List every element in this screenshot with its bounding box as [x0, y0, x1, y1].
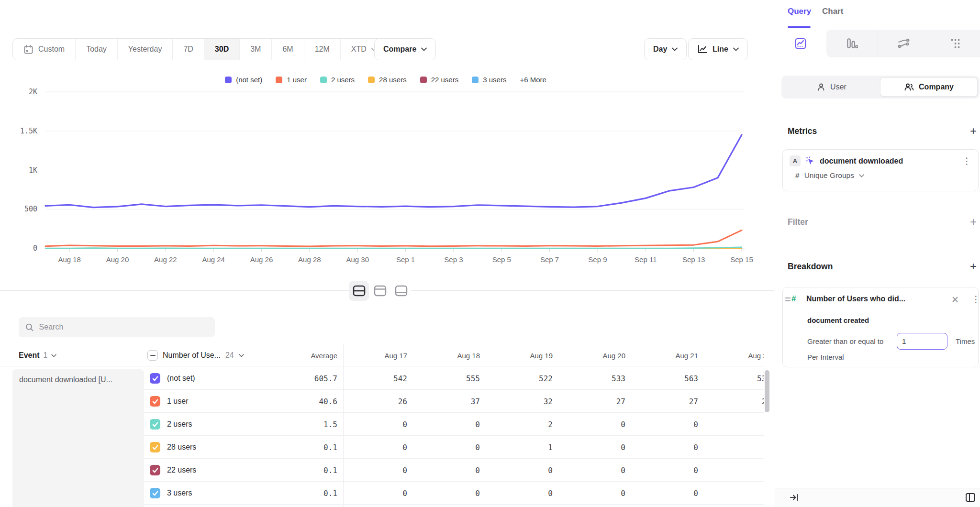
trend-chart: 05001K1.5K2KAug 18Aug 20Aug 22Aug 24Aug …	[0, 67, 771, 268]
series-value: 0	[704, 436, 764, 459]
series-value: 542	[340, 367, 413, 390]
series-row-2-users[interactable]: 2 users1.5002001	[0, 413, 764, 436]
series-value: 27	[631, 390, 704, 413]
interval-dropdown[interactable]: Day	[644, 38, 687, 60]
add-breakdown-button[interactable]: +	[970, 261, 977, 272]
series-label: (not set)	[167, 367, 195, 390]
series-checkbox[interactable]	[150, 465, 160, 475]
range-today[interactable]: Today	[76, 39, 118, 60]
user-label: User	[830, 83, 846, 91]
series-column-header[interactable]: Number of Use... 24	[147, 344, 244, 366]
range-7d[interactable]: 7D	[173, 39, 204, 60]
add-filter-button[interactable]: +	[970, 216, 977, 228]
chevron-down-icon	[421, 47, 427, 51]
chevron-down-icon	[672, 47, 678, 51]
series-average: 0.1	[258, 436, 337, 459]
check-icon	[152, 422, 158, 427]
chart-type-line-tab[interactable]	[775, 30, 826, 57]
check-icon	[152, 376, 158, 381]
series-value: 0	[486, 459, 558, 482]
breakdown-kebab-menu[interactable]: ⋮	[971, 295, 980, 304]
event-count: 1	[44, 351, 48, 360]
svg-text:Aug 26: Aug 26	[250, 255, 273, 264]
svg-text:500: 500	[24, 205, 37, 213]
metric-kebab-menu[interactable]: ⋮	[962, 156, 971, 165]
drag-handle-icon[interactable]	[785, 298, 791, 303]
range-30d[interactable]: 30D	[204, 39, 240, 60]
svg-text:Sep 13: Sep 13	[682, 255, 705, 264]
series-checkbox[interactable]	[150, 373, 160, 384]
event-column-header[interactable]: Event 1	[19, 344, 56, 366]
chart-type-dots-tab[interactable]	[929, 30, 980, 57]
company-users-icon	[904, 83, 914, 91]
search-icon	[25, 323, 34, 332]
layout-split-view-button[interactable]	[349, 281, 369, 301]
svg-text:2K: 2K	[29, 88, 37, 96]
query-sidebar: Query Chart	[775, 0, 980, 507]
series-value: 522	[486, 367, 558, 390]
collapse-panel-icon[interactable]	[790, 493, 799, 504]
date-column-header-aug-19: Aug 19	[486, 344, 558, 366]
chevron-down-icon	[51, 354, 56, 357]
series-value: 0	[340, 459, 413, 482]
tab-query[interactable]: Query	[788, 7, 811, 16]
series-row-22-users[interactable]: 22 users0.1000000	[0, 459, 764, 482]
series-checkbox[interactable]	[150, 442, 160, 452]
series-value: 0	[631, 482, 704, 505]
series-average: 0.1	[258, 459, 337, 482]
metric-event-name[interactable]: document downloaded	[820, 157, 958, 165]
search-input[interactable]	[39, 323, 208, 331]
add-metric-button[interactable]: +	[970, 125, 977, 137]
svg-text:Aug 28: Aug 28	[298, 255, 321, 264]
series-value: 2	[486, 413, 558, 436]
breakdown-condition-label[interactable]: Greater than or equal to	[807, 337, 883, 345]
layout-table-only-button[interactable]	[391, 281, 411, 301]
series-value: 0	[413, 413, 486, 436]
svg-text:1.5K: 1.5K	[20, 127, 37, 135]
series-value: 0	[558, 413, 631, 436]
select-all-checkbox[interactable]	[147, 350, 158, 361]
chart-type-bar-tab[interactable]	[826, 30, 878, 57]
compare-button[interactable]: Compare	[374, 38, 436, 60]
series-value: 0	[340, 436, 413, 459]
entity-user-option[interactable]: User	[783, 77, 880, 97]
series-value: 0	[631, 459, 704, 482]
series-row-3-users[interactable]: 3 users0.1000000	[0, 482, 764, 505]
series-row--not-set-[interactable]: (not set)605.7542555522533563532	[0, 367, 764, 390]
range-6m[interactable]: 6M	[272, 39, 304, 60]
check-icon	[152, 445, 158, 450]
breakdown-card-title[interactable]: Number of Users who did...	[806, 295, 905, 303]
table-scrollbar-thumb[interactable]	[765, 370, 769, 412]
close-icon[interactable]: ✕	[951, 294, 959, 305]
table-search	[19, 317, 215, 337]
range-yesterday[interactable]: Yesterday	[118, 39, 173, 60]
range-custom[interactable]: Custom	[13, 39, 76, 60]
series-checkbox[interactable]	[150, 488, 160, 498]
entity-company-option[interactable]: Company	[880, 77, 978, 97]
series-value: 0	[631, 436, 704, 459]
range-12m[interactable]: 12M	[304, 39, 341, 60]
range-3m[interactable]: 3M	[240, 39, 272, 60]
chart-type-flow-tab[interactable]	[878, 30, 929, 57]
check-icon	[152, 468, 158, 473]
chevron-down-icon	[239, 354, 244, 357]
breakdown-value-input[interactable]	[897, 333, 947, 350]
series-checkbox[interactable]	[150, 419, 160, 430]
breakdown-card: # Number of Users who did... ✕ ⋮ documen…	[782, 287, 979, 367]
metric-aggregation[interactable]: # Unique Groups	[795, 171, 978, 180]
breakdown-interval-label[interactable]: Per Interval	[807, 353, 844, 361]
layout-chart-only-button[interactable]	[370, 281, 390, 301]
breakdown-event-name[interactable]: document created	[807, 316, 869, 324]
series-label: 1 user	[167, 390, 188, 413]
metric-card[interactable]: A document downloaded ⋮ # Unique Groups	[782, 149, 979, 191]
chart-type-dropdown[interactable]: Line	[688, 38, 748, 60]
series-average: 605.7	[258, 367, 337, 390]
tab-chart[interactable]: Chart	[822, 7, 843, 16]
series-count: 24	[225, 351, 234, 360]
series-row-28-users[interactable]: 28 users0.1001000	[0, 436, 764, 459]
side-panel-toggle-icon[interactable]	[965, 492, 976, 505]
check-icon	[152, 491, 158, 496]
series-checkbox[interactable]	[150, 396, 160, 407]
series-row-1-user[interactable]: 1 user40.6263732272728	[0, 390, 764, 413]
compare-label: Compare	[383, 45, 416, 54]
